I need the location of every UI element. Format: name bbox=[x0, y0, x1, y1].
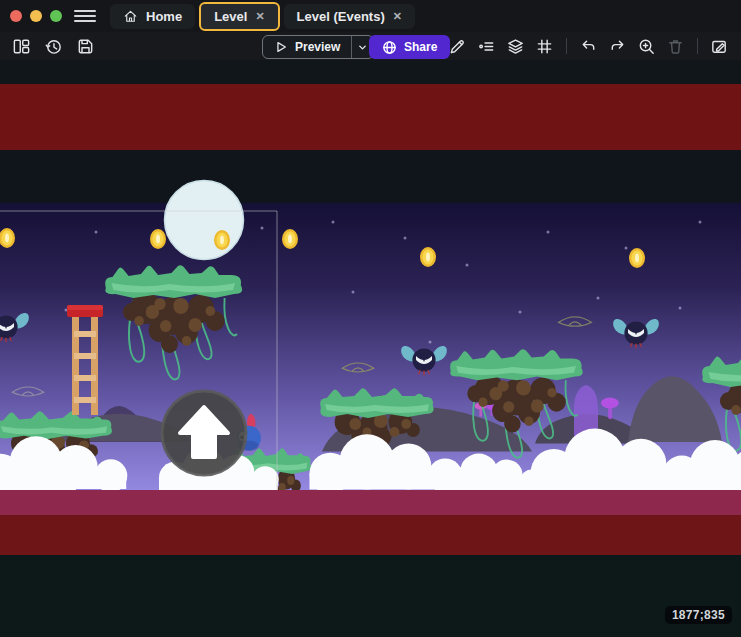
share-label: Share bbox=[404, 40, 437, 54]
tab-label: Level bbox=[214, 9, 247, 24]
window-controls bbox=[10, 10, 62, 22]
preview-label: Preview bbox=[295, 40, 340, 54]
coin[interactable] bbox=[629, 248, 645, 268]
star bbox=[404, 237, 407, 240]
undo-icon[interactable] bbox=[579, 37, 598, 56]
star bbox=[679, 307, 682, 310]
star bbox=[332, 221, 335, 224]
scene-canvas[interactable] bbox=[0, 60, 741, 637]
home-icon bbox=[123, 9, 138, 24]
star bbox=[625, 247, 628, 250]
hamburger-menu-icon[interactable] bbox=[74, 5, 96, 27]
dark-band-bottom bbox=[0, 555, 741, 637]
globe-icon bbox=[382, 40, 397, 55]
properties-icon[interactable] bbox=[477, 37, 496, 56]
share-button[interactable]: Share bbox=[369, 35, 450, 59]
edit-pencil-icon[interactable] bbox=[448, 37, 467, 56]
star bbox=[597, 297, 600, 300]
chevron-down-icon bbox=[357, 42, 368, 53]
toolbar-separator bbox=[566, 38, 567, 54]
coin[interactable] bbox=[282, 229, 298, 249]
tab-close-icon[interactable]: ✕ bbox=[255, 11, 264, 22]
crimson-band bbox=[0, 490, 741, 515]
scene-foreground-bands bbox=[0, 490, 741, 637]
scene-editor: 1877;835 bbox=[0, 60, 741, 637]
preview-button[interactable]: Preview bbox=[263, 36, 351, 58]
save-icon[interactable] bbox=[76, 37, 95, 56]
tab-strip: Home Level ✕ Level (Events) ✕ bbox=[110, 0, 415, 32]
coin[interactable] bbox=[214, 230, 230, 250]
toolbar-separator bbox=[697, 38, 698, 54]
coin[interactable] bbox=[420, 247, 436, 267]
star bbox=[352, 291, 355, 294]
star bbox=[261, 227, 264, 230]
cursor-coordinates-badge: 1877;835 bbox=[665, 606, 732, 624]
tab-close-icon[interactable]: ✕ bbox=[393, 11, 402, 22]
star bbox=[429, 341, 432, 344]
red-band-top bbox=[0, 84, 741, 150]
star bbox=[699, 221, 702, 224]
tab-label: Level (Events) bbox=[297, 9, 385, 24]
redo-icon[interactable] bbox=[608, 37, 627, 56]
close-window-button[interactable] bbox=[10, 10, 22, 22]
panels-icon[interactable] bbox=[12, 37, 31, 56]
preview-button-group: Preview bbox=[262, 35, 374, 59]
play-icon bbox=[274, 40, 288, 54]
rename-icon[interactable] bbox=[710, 37, 729, 56]
moon[interactable] bbox=[165, 181, 244, 260]
toolbar: Preview Share bbox=[0, 32, 741, 60]
tab-label: Home bbox=[146, 9, 182, 24]
history-icon[interactable] bbox=[44, 37, 63, 56]
zoom-in-icon[interactable] bbox=[637, 37, 656, 56]
minimize-window-button[interactable] bbox=[30, 10, 42, 22]
tab-home[interactable]: Home bbox=[110, 4, 195, 29]
touch-arrow-button[interactable] bbox=[162, 391, 246, 475]
layers-icon[interactable] bbox=[506, 37, 525, 56]
maximize-window-button[interactable] bbox=[50, 10, 62, 22]
toolbar-left-group bbox=[12, 37, 95, 56]
tab-level-events[interactable]: Level (Events) ✕ bbox=[284, 4, 415, 29]
app-window: Home Level ✕ Level (Events) ✕ bbox=[0, 0, 741, 637]
trash-icon[interactable] bbox=[666, 37, 685, 56]
coin[interactable] bbox=[150, 229, 166, 249]
title-bar: Home Level ✕ Level (Events) ✕ bbox=[0, 0, 741, 32]
star bbox=[95, 231, 98, 234]
star bbox=[466, 264, 469, 267]
red-band-bottom bbox=[0, 515, 741, 555]
star bbox=[547, 231, 550, 234]
grid-icon[interactable] bbox=[535, 37, 554, 56]
star bbox=[519, 311, 522, 314]
tab-level[interactable]: Level ✕ bbox=[199, 2, 279, 31]
